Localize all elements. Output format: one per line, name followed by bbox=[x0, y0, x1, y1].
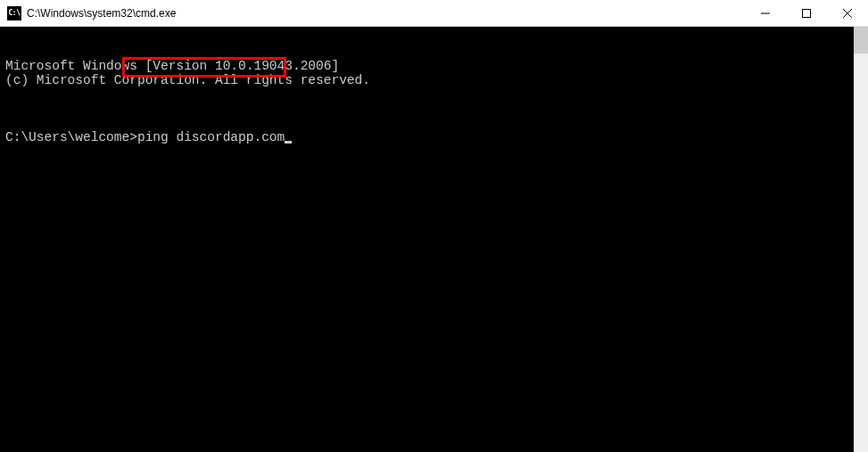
svg-rect-1 bbox=[803, 10, 811, 18]
terminal-content[interactable]: Microsoft Windows [Version 10.0.19043.20… bbox=[0, 27, 854, 452]
scrollbar-thumb[interactable] bbox=[854, 27, 868, 53]
close-button[interactable] bbox=[827, 0, 868, 27]
titlebar[interactable]: C:\ C:\Windows\system32\cmd.exe bbox=[0, 0, 868, 27]
window-controls bbox=[745, 0, 868, 26]
maximize-icon bbox=[802, 9, 811, 18]
cursor bbox=[285, 141, 292, 144]
minimize-icon bbox=[761, 9, 770, 18]
minimize-button[interactable] bbox=[745, 0, 786, 27]
terminal-output-line: Microsoft Windows [Version 10.0.19043.20… bbox=[5, 59, 848, 73]
prompt-line: C:\Users\welcome>ping discordapp.com bbox=[5, 130, 848, 144]
close-icon bbox=[843, 9, 852, 18]
maximize-button[interactable] bbox=[786, 0, 827, 27]
terminal-output-line: (c) Microsoft Corporation. All rights re… bbox=[5, 73, 848, 87]
window-title: C:\Windows\system32\cmd.exe bbox=[27, 7, 745, 20]
command-text: ping discordapp.com bbox=[137, 130, 285, 144]
cmd-window: C:\ C:\Windows\system32\cmd.exe bbox=[0, 0, 868, 452]
cmd-icon-text: C:\ bbox=[9, 9, 21, 17]
prompt-text: C:\Users\welcome> bbox=[5, 130, 137, 144]
cmd-icon: C:\ bbox=[7, 6, 21, 21]
vertical-scrollbar[interactable] bbox=[854, 27, 868, 452]
terminal-area[interactable]: Microsoft Windows [Version 10.0.19043.20… bbox=[0, 27, 868, 452]
